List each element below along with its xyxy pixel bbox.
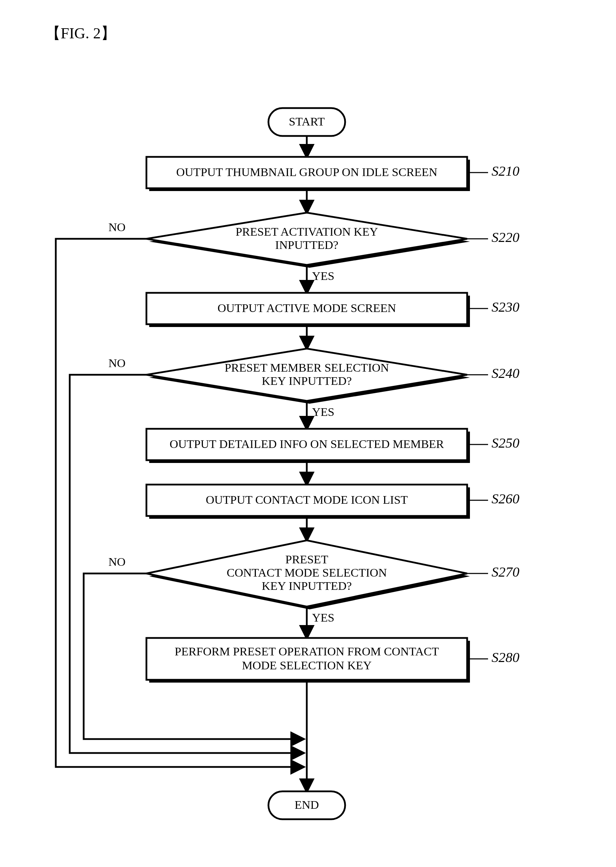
process-s280-line2: MODE SELECTION KEY <box>242 659 372 672</box>
process-s260: OUTPUT CONTACT MODE ICON LIST <box>146 485 470 519</box>
label-s250: S250 <box>492 435 519 451</box>
process-s210: OUTPUT THUMBNAIL GROUP ON IDLE SCREEN <box>146 157 470 191</box>
label-s230: S230 <box>492 299 519 315</box>
decision-s240-line1: PRESET MEMBER SELECTION <box>225 361 389 374</box>
terminal-end-text: END <box>295 798 319 811</box>
decision-s270-line3: KEY INPUTTED? <box>262 580 352 592</box>
branch-s270-yes: YES <box>312 611 334 624</box>
process-s230: OUTPUT ACTIVE MODE SCREEN <box>146 293 470 327</box>
process-s260-text: OUTPUT CONTACT MODE ICON LIST <box>206 493 408 506</box>
branch-s240-yes: YES <box>312 405 334 418</box>
process-s280-line1: PERFORM PRESET OPERATION FROM CONTACT <box>174 645 439 658</box>
process-s210-text: OUTPUT THUMBNAIL GROUP ON IDLE SCREEN <box>176 166 437 179</box>
decision-s220-line1: PRESET ACTIVATION KEY <box>236 225 378 238</box>
terminal-end: END <box>269 792 345 819</box>
decision-s270-line1: PRESET <box>286 553 328 566</box>
branch-s240-no: NO <box>108 357 126 369</box>
branch-s220-yes: YES <box>312 270 334 283</box>
process-s250: OUTPUT DETAILED INFO ON SELECTED MEMBER <box>146 429 470 463</box>
decision-s240-line2: KEY INPUTTED? <box>262 374 352 387</box>
terminal-start-text: START <box>289 115 325 128</box>
branch-s220-no: NO <box>108 221 126 234</box>
figure-label: 【FIG. 2】 <box>45 25 116 42</box>
label-s270: S270 <box>492 564 519 580</box>
label-s240: S240 <box>492 365 519 381</box>
decision-s220-line2: INPUTTED? <box>275 239 338 251</box>
label-s260: S260 <box>492 491 519 507</box>
label-s210: S210 <box>492 163 519 179</box>
terminal-start: START <box>269 108 345 136</box>
label-s220: S220 <box>492 229 519 245</box>
label-s280: S280 <box>492 649 519 665</box>
process-s250-text: OUTPUT DETAILED INFO ON SELECTED MEMBER <box>170 438 444 451</box>
decision-s220: PRESET ACTIVATION KEY INPUTTED? <box>146 213 470 268</box>
branch-s270-no: NO <box>108 555 126 568</box>
decision-s270: PRESET CONTACT MODE SELECTION KEY INPUTT… <box>146 540 470 609</box>
process-s280: PERFORM PRESET OPERATION FROM CONTACT MO… <box>146 638 470 683</box>
flowchart-diagram: 【FIG. 2】 START OUTPUT THUMBNAIL GROUP ON… <box>0 0 616 867</box>
decision-s270-line2: CONTACT MODE SELECTION <box>226 566 387 579</box>
decision-s240: PRESET MEMBER SELECTION KEY INPUTTED? <box>146 349 470 404</box>
process-s230-text: OUTPUT ACTIVE MODE SCREEN <box>218 302 396 314</box>
